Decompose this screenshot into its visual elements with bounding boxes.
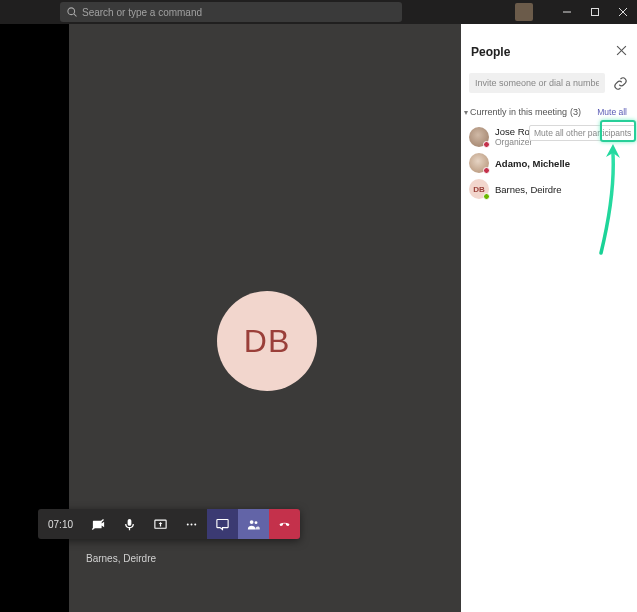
svg-point-9 — [191, 523, 193, 525]
search-icon — [66, 6, 78, 18]
svg-point-12 — [255, 521, 258, 524]
call-timer: 07:10 — [38, 519, 83, 530]
share-button[interactable] — [145, 509, 176, 539]
search-bar[interactable] — [60, 2, 402, 22]
people-title: People — [471, 45, 510, 59]
stage-avatar: DB — [217, 291, 317, 391]
invite-row — [461, 73, 637, 93]
avatar: DB — [469, 179, 489, 199]
section-header[interactable]: ▾ Currently in this meeting (3) Mute all — [461, 101, 637, 123]
presence-status — [483, 167, 490, 174]
meeting-toolbar: 07:10 — [38, 509, 300, 539]
minimize-button[interactable] — [553, 0, 581, 24]
chevron-down-icon: ▾ — [464, 108, 468, 117]
presence-status — [483, 193, 490, 200]
close-panel-button[interactable] — [616, 44, 627, 59]
section-label: Currently in this meeting — [470, 107, 567, 117]
svg-line-1 — [74, 14, 77, 17]
title-bar — [0, 0, 637, 24]
stage-participant-name: Barnes, Deirdre — [86, 553, 156, 564]
svg-point-8 — [187, 523, 189, 525]
hangup-button[interactable] — [269, 509, 300, 539]
user-tile[interactable] — [515, 3, 533, 21]
participant-row[interactable]: Adamo, Michelle — [461, 150, 637, 176]
svg-point-11 — [250, 520, 254, 524]
participant-texts: Adamo, Michelle — [495, 158, 570, 169]
people-button[interactable] — [238, 509, 269, 539]
svg-point-0 — [68, 8, 75, 15]
meeting-stage: DB 07:10 Bar — [69, 24, 461, 612]
participant-name: Adamo, Michelle — [495, 158, 570, 169]
chat-button[interactable] — [207, 509, 238, 539]
svg-point-10 — [194, 523, 196, 525]
main-area: DB 07:10 Bar — [0, 24, 637, 612]
maximize-button[interactable] — [581, 0, 609, 24]
close-button[interactable] — [609, 0, 637, 24]
avatar — [469, 153, 489, 173]
participants-list: Jose RosarioOrganizerMute all other part… — [461, 123, 637, 202]
section-count: (3) — [570, 107, 581, 117]
participant-texts: Barnes, Deirdre — [495, 184, 562, 195]
copy-link-button[interactable] — [611, 74, 629, 92]
participant-row[interactable]: DBBarnes, Deirdre — [461, 176, 637, 202]
camera-button[interactable] — [83, 509, 114, 539]
mute-tooltip: Mute all other participants — [529, 125, 636, 141]
mute-all-button[interactable]: Mute all — [593, 103, 631, 121]
presence-status — [483, 141, 490, 148]
more-actions-button[interactable] — [176, 509, 207, 539]
participant-name: Barnes, Deirdre — [495, 184, 562, 195]
invite-input[interactable] — [469, 73, 605, 93]
avatar — [469, 127, 489, 147]
window-controls — [515, 0, 637, 24]
people-panel: People ▾ Currently in this meeting (3) M… — [461, 24, 637, 612]
participant-row[interactable]: Jose RosarioOrganizerMute all other part… — [461, 123, 637, 150]
people-header: People — [461, 44, 637, 73]
svg-rect-3 — [592, 9, 599, 16]
mic-button[interactable] — [114, 509, 145, 539]
search-input[interactable] — [82, 2, 402, 22]
